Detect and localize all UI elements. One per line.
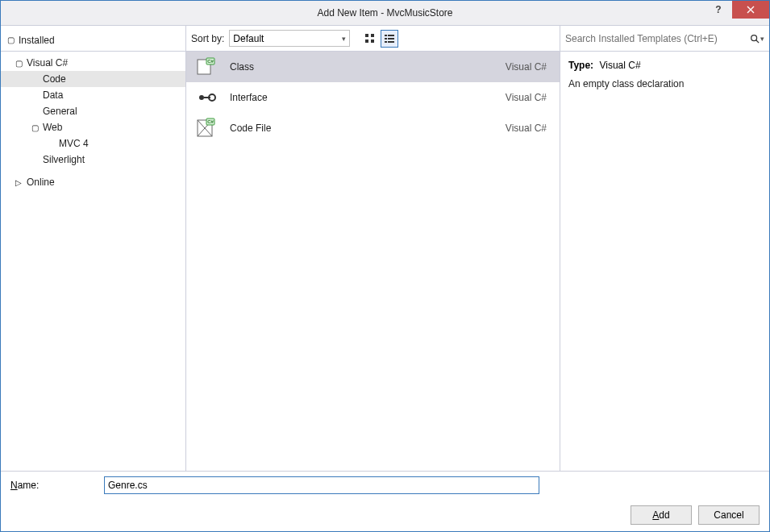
template-name: Interface (230, 92, 506, 103)
template-language: Visual C# (506, 61, 547, 73)
add-button[interactable]: Add (631, 505, 692, 525)
type-row: Type: Visual C# (568, 58, 761, 73)
view-medium-icons-button[interactable] (361, 30, 379, 48)
template-list[interactable]: C#ClassVisual C#InterfaceVisual C#C#Code… (186, 52, 560, 471)
tree-item-label: Silverlight (43, 154, 85, 165)
tree-item-label: Web (43, 122, 62, 133)
tree-item-label: Code (43, 73, 66, 85)
svg-rect-1 (371, 34, 374, 37)
chevron-down-icon: ▾ (342, 35, 346, 43)
chevron-down-icon: ▾ (760, 35, 764, 43)
chevron-right-icon: ▷ (15, 178, 25, 187)
tree-root-installed[interactable]: ▢ Installed (1, 29, 185, 52)
search-icon (750, 33, 760, 44)
type-label: Type: (568, 60, 593, 71)
svg-rect-0 (365, 34, 368, 37)
search-row: ▾ (560, 26, 769, 52)
svg-rect-2 (365, 39, 368, 43)
list-icon (384, 33, 395, 44)
name-input[interactable] (104, 476, 539, 494)
codefile-icon: C# (194, 117, 217, 139)
svg-rect-3 (371, 39, 374, 43)
search-button[interactable]: ▾ (750, 31, 764, 46)
template-name: Class (230, 61, 506, 73)
template-row-code-file[interactable]: C#Code FileVisual C# (186, 113, 560, 143)
svg-rect-9 (388, 41, 394, 43)
template-description: An empty class declaration (568, 77, 761, 92)
chevron-down-icon: ▢ (7, 35, 17, 44)
svg-rect-5 (388, 35, 394, 36)
tree-item-data[interactable]: Data (1, 87, 185, 103)
search-input[interactable] (565, 33, 747, 44)
window-title: Add New Item - MvcMusicStore (1, 7, 769, 19)
sort-by-value: Default (233, 33, 264, 44)
list-toolbar: Sort by: Default ▾ (186, 26, 560, 52)
details-body: Type: Visual C# An empty class declarati… (560, 52, 769, 98)
type-value: Visual C# (599, 60, 640, 71)
grid-icon (364, 33, 376, 44)
tree-root-label: Installed (19, 35, 55, 46)
button-row: Add Cancel (1, 499, 769, 531)
sort-by-label: Sort by: (191, 33, 224, 44)
tree-item-web[interactable]: ▢Web (1, 119, 185, 135)
class-icon: C# (194, 56, 217, 78)
svg-rect-6 (385, 38, 387, 39)
sort-by-combo[interactable]: Default ▾ (229, 30, 350, 47)
svg-rect-4 (385, 35, 387, 36)
help-button[interactable]: ? (705, 1, 732, 19)
svg-rect-7 (388, 38, 394, 39)
tree-item-general[interactable]: General (1, 103, 185, 119)
chevron-down-icon: ▢ (15, 59, 25, 68)
tree-item-silverlight[interactable]: Silverlight (1, 152, 185, 168)
titlebar: Add New Item - MvcMusicStore ? (1, 1, 769, 25)
svg-text:C#: C# (207, 59, 214, 64)
template-row-interface[interactable]: InterfaceVisual C# (186, 82, 560, 113)
window-buttons: ? (705, 1, 769, 25)
tree-item-label: General (43, 106, 77, 117)
category-tree: ▢ Installed ▢Visual C#CodeDataGeneral▢We… (1, 26, 186, 471)
name-label: Name: (10, 480, 96, 491)
tree-item-label: MVC 4 (59, 138, 89, 149)
close-icon (747, 6, 755, 14)
name-row: Name: (1, 472, 769, 499)
cancel-button[interactable]: Cancel (698, 505, 760, 525)
chevron-down-icon: ▢ (31, 123, 41, 132)
view-mode-buttons (361, 30, 398, 48)
dialog-body: ▢ Installed ▢Visual C#CodeDataGeneral▢We… (1, 25, 769, 472)
tree-item-label: Data (43, 89, 63, 101)
template-row-class[interactable]: C#ClassVisual C# (186, 52, 560, 82)
tree-item-label: Visual C# (27, 57, 68, 69)
view-small-icons-button[interactable] (381, 30, 398, 48)
template-language: Visual C# (506, 92, 547, 103)
tree-item-online[interactable]: ▷Online (1, 174, 185, 190)
template-name: Code File (230, 123, 506, 134)
svg-point-13 (199, 95, 204, 100)
tree-item-mvc-4[interactable]: MVC 4 (1, 135, 185, 152)
tree-item-label: Online (27, 177, 55, 188)
svg-line-20 (756, 39, 759, 42)
dialog-footer: Name: Add Cancel (1, 472, 769, 531)
template-list-pane: Sort by: Default ▾ (186, 26, 560, 471)
details-pane: ▾ Type: Visual C# An empty class declara… (560, 26, 769, 471)
svg-point-19 (751, 35, 757, 40)
interface-icon (194, 86, 217, 109)
tree-item-visual-c-[interactable]: ▢Visual C# (1, 55, 185, 71)
close-button[interactable] (732, 1, 769, 19)
svg-text:C#: C# (207, 119, 214, 124)
tree-item-code[interactable]: Code (1, 71, 185, 87)
svg-rect-8 (385, 41, 387, 43)
template-language: Visual C# (506, 123, 547, 134)
